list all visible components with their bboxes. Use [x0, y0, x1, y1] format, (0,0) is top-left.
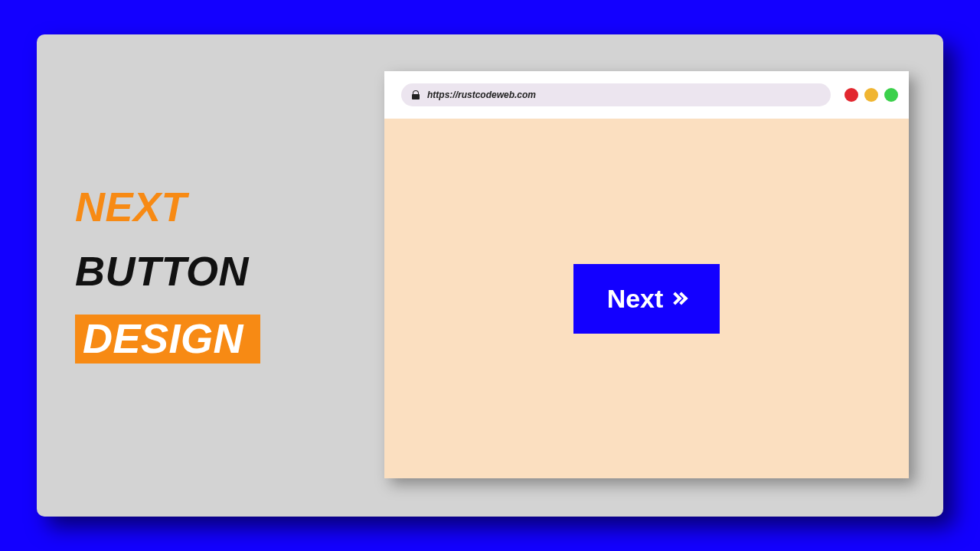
- next-button-label: Next: [607, 284, 664, 314]
- browser-mockup: https://rustcodeweb.com Next: [384, 71, 909, 478]
- window-close-dot[interactable]: [844, 88, 858, 102]
- title-line-2: BUTTON: [75, 250, 249, 292]
- window-minimize-dot[interactable]: [864, 88, 878, 102]
- browser-viewport: Next: [384, 119, 909, 478]
- title-block: NEXT BUTTON DESIGN: [37, 34, 384, 517]
- address-url: https://rustcodeweb.com: [427, 90, 536, 100]
- address-bar[interactable]: https://rustcodeweb.com: [401, 83, 831, 106]
- main-card: NEXT BUTTON DESIGN https://rustcodeweb.c…: [37, 34, 943, 517]
- window-maximize-dot[interactable]: [884, 88, 898, 102]
- window-controls: [844, 88, 898, 102]
- preview-area: https://rustcodeweb.com Next: [384, 34, 943, 517]
- title-line-3: DESIGN: [75, 315, 260, 364]
- title-line-1: NEXT: [75, 186, 187, 227]
- browser-chrome: https://rustcodeweb.com: [384, 71, 909, 119]
- lock-icon: [412, 90, 420, 99]
- next-button[interactable]: Next: [573, 264, 720, 334]
- chevron-right-double-icon: [674, 294, 686, 303]
